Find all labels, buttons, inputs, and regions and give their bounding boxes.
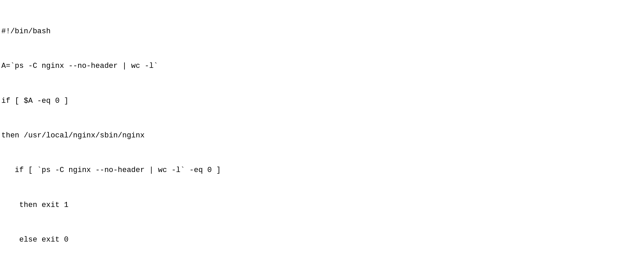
code-line-2: A=`ps -C nginx --no-header | wc -l`: [1, 60, 644, 72]
code-line-1: #!/bin/bash: [1, 26, 644, 37]
code-line-5: if [ `ps -C nginx --no-header | wc -l` -…: [1, 165, 644, 176]
code-line-4: then /usr/local/nginx/sbin/nginx: [1, 130, 644, 141]
code-line-3: if [ $A -eq 0 ]: [1, 95, 644, 107]
code-line-6: then exit 1: [1, 200, 644, 211]
code-line-7: else exit 0: [1, 234, 644, 246]
vim-editor[interactable]: #!/bin/bash A=`ps -C nginx --no-header |…: [0, 0, 644, 266]
